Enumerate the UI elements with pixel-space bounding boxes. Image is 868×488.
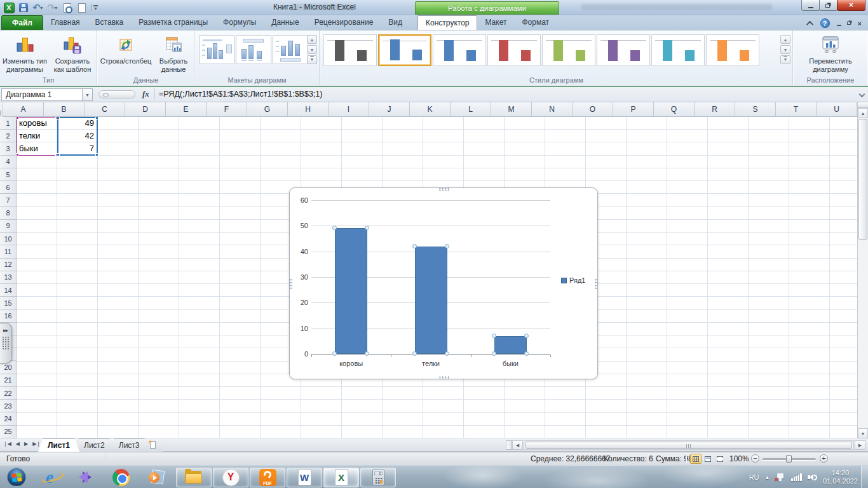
row-header-16[interactable]: 16 <box>0 310 16 323</box>
row-header-9[interactable]: 9 <box>0 220 16 233</box>
workbook-close-button[interactable]: × <box>858 20 862 27</box>
new-document-icon[interactable] <box>76 2 88 13</box>
row-header-1[interactable]: 1 <box>0 117 16 130</box>
tab-Разметка страницы[interactable]: Разметка страницы <box>131 15 215 30</box>
horizontal-scroll-thumb[interactable] <box>526 442 852 449</box>
select-data-button[interactable]: Выбрать данные <box>154 32 193 73</box>
show-desktop-button[interactable] <box>861 466 868 488</box>
file-explorer-button[interactable] <box>176 468 212 487</box>
layouts-more-icon[interactable]: ▼ <box>307 55 317 64</box>
chart-style-2[interactable] <box>378 34 431 66</box>
column-header-K[interactable]: K <box>410 102 451 116</box>
print-preview-icon[interactable] <box>62 2 73 13</box>
scroll-down-icon[interactable]: ▼ <box>858 428 868 438</box>
column-header-R[interactable]: R <box>695 102 735 116</box>
chart-legend[interactable]: Ряд1 <box>561 276 585 284</box>
restore-button[interactable] <box>819 0 837 11</box>
column-header-C[interactable]: C <box>85 102 125 116</box>
column-header-S[interactable]: S <box>735 102 776 116</box>
close-button[interactable]: × <box>837 0 865 11</box>
chart-style-1[interactable] <box>323 34 377 66</box>
row-header-14[interactable]: 14 <box>0 284 16 297</box>
tab-Главная[interactable]: Главная <box>43 15 88 30</box>
row-header-22[interactable]: 22 <box>0 387 16 400</box>
network-disconnected-icon[interactable]: × <box>775 473 785 482</box>
row-header-6[interactable]: 6 <box>0 181 16 194</box>
sheet-tab-Лист1[interactable]: Лист1 <box>38 438 79 452</box>
change-chart-type-button[interactable]: Изменить тип диаграммы <box>1 32 48 73</box>
chart-style-6[interactable] <box>597 34 650 66</box>
bar-коровы[interactable] <box>335 228 367 354</box>
row-header-3[interactable]: 3 <box>0 142 16 155</box>
column-header-O[interactable]: O <box>573 102 613 116</box>
row-header-13[interactable]: 13 <box>0 271 16 284</box>
row-header-10[interactable]: 10 <box>0 233 16 245</box>
tab-Макет[interactable]: Макет <box>477 15 514 30</box>
sheet-tab-Лист3[interactable]: Лист3 <box>109 438 149 452</box>
tab-Формат[interactable]: Формат <box>514 15 557 30</box>
customize-quick-access-icon[interactable]: ▼ <box>91 4 97 11</box>
column-header-E[interactable]: E <box>166 102 207 116</box>
column-header-J[interactable]: J <box>369 102 410 116</box>
start-button[interactable] <box>4 466 29 488</box>
chrome-icon[interactable] <box>108 466 133 488</box>
expand-formula-bar-icon[interactable] <box>859 92 865 98</box>
normal-view-button[interactable] <box>690 454 702 464</box>
zoom-slider-thumb[interactable] <box>786 455 792 463</box>
next-sheet-icon[interactable]: ▶ <box>24 441 28 447</box>
chart-object[interactable]: 0102030405060коровытелкибыки Ряд1 <box>289 187 598 379</box>
bar-телки[interactable] <box>415 247 447 354</box>
column-header-M[interactable]: M <box>491 102 532 116</box>
column-header-N[interactable]: N <box>532 102 573 116</box>
minimize-button[interactable] <box>801 0 820 11</box>
move-chart-button[interactable]: Переместить диаграмму <box>796 32 865 73</box>
chart-layout-3[interactable] <box>273 35 308 64</box>
column-header-T[interactable]: T <box>776 102 817 116</box>
last-sheet-icon[interactable]: ▶❘ <box>32 441 41 447</box>
chart-style-7[interactable] <box>651 34 705 66</box>
row-header-5[interactable]: 5 <box>0 168 16 181</box>
name-box-dropdown-icon[interactable]: ▼ <box>83 88 93 101</box>
calculator-button[interactable]: 0 <box>360 468 396 487</box>
internet-explorer-icon[interactable]: e <box>37 466 62 488</box>
insert-function-icon[interactable]: fx <box>142 89 149 99</box>
tab-Формулы[interactable]: Формулы <box>215 15 264 30</box>
prev-sheet-icon[interactable]: ◀ <box>16 441 20 447</box>
select-all-corner[interactable] <box>0 102 3 117</box>
tab-Данные[interactable]: Данные <box>264 15 306 30</box>
clock[interactable]: 14:20 01.04.2022 <box>823 469 858 486</box>
column-header-G[interactable]: G <box>247 102 288 116</box>
row-header-23[interactable]: 23 <box>0 400 16 412</box>
chart-style-8[interactable] <box>706 34 759 66</box>
row-header-15[interactable]: 15 <box>0 297 16 309</box>
layouts-scroll-up-icon[interactable]: ▲ <box>307 35 317 44</box>
language-indicator[interactable]: RU <box>749 473 759 481</box>
row-header-24[interactable]: 24 <box>0 412 16 425</box>
first-sheet-icon[interactable]: ❘◀ <box>3 441 11 447</box>
tab-Вид[interactable]: Вид <box>381 15 410 30</box>
chart-grip-top[interactable] <box>438 187 450 191</box>
word-button[interactable]: W <box>287 468 322 487</box>
help-icon[interactable]: ? <box>820 18 830 28</box>
vertical-scroll-thumb[interactable] <box>858 119 867 240</box>
zoom-in-icon[interactable]: + <box>820 454 828 463</box>
row-header-7[interactable]: 7 <box>0 194 16 207</box>
collapsed-toolbar-handle[interactable]: ▶▶ <box>0 323 12 363</box>
row-header-8[interactable]: 8 <box>0 207 16 220</box>
row-header-12[interactable]: 12 <box>0 259 16 271</box>
column-header-D[interactable]: D <box>125 102 166 116</box>
tab-Конструктор[interactable]: Конструктор <box>417 15 477 30</box>
zoom-level[interactable]: 100% <box>729 454 749 463</box>
chart-layout-2[interactable] <box>236 35 271 64</box>
signal-strength-icon[interactable] <box>791 473 802 481</box>
row-header-11[interactable]: 11 <box>0 245 16 258</box>
page-layout-view-button[interactable] <box>702 454 714 464</box>
row-header-4[interactable]: 4 <box>0 156 16 168</box>
scroll-left-icon[interactable]: ◀ <box>512 440 523 450</box>
chart-style-3[interactable] <box>433 34 486 66</box>
volume-icon[interactable] <box>808 474 817 480</box>
row-header-25[interactable]: 25 <box>0 426 16 438</box>
workbook-restore-button[interactable] <box>848 22 851 25</box>
scroll-up-icon[interactable]: ▲ <box>858 108 868 118</box>
layouts-scroll-down-icon[interactable]: ▼ <box>307 45 317 54</box>
